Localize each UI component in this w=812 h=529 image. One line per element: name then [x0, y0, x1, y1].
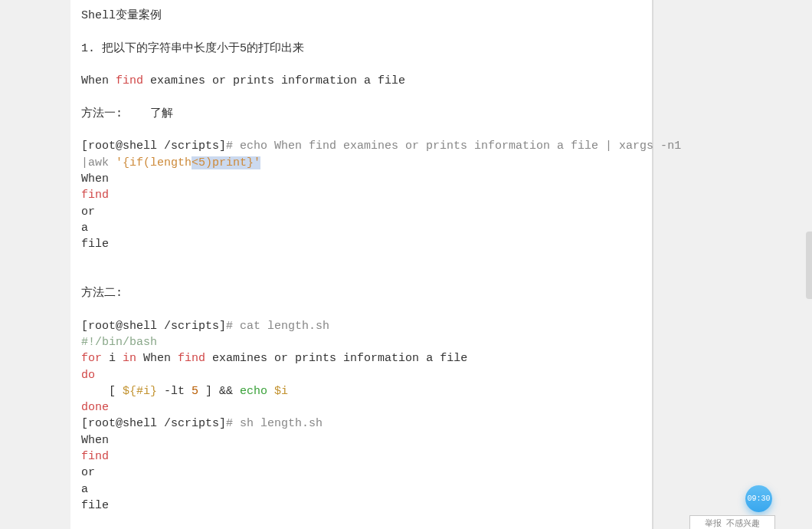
m1-cmd-line1: [root@shell /scripts]# echo When find ex…: [81, 138, 641, 154]
task-line: 1. 把以下的字符串中长度小于5的打印出来: [81, 41, 641, 57]
method2-label: 方法二:: [81, 285, 641, 301]
selected-text: <5)print}': [192, 156, 260, 169]
blank: [81, 252, 641, 268]
in-keyword: in: [123, 352, 136, 365]
out-find: find: [81, 449, 641, 465]
title: Shell变量案例: [81, 8, 641, 24]
vertical-divider: [653, 0, 653, 529]
for-keyword: for: [81, 352, 102, 365]
time-badge[interactable]: 09:30: [745, 485, 772, 512]
m2-cat-line: [root@shell /scripts]# cat length.sh: [81, 318, 641, 334]
blank: [81, 301, 641, 317]
out: or: [81, 204, 641, 220]
out: a: [81, 481, 641, 498]
out: file: [81, 236, 641, 252]
blank: [81, 89, 641, 105]
echo-keyword: echo: [240, 385, 267, 398]
for-line: for i in When find examines or prints in…: [81, 350, 641, 366]
out: or: [81, 465, 641, 481]
done-keyword: done: [81, 399, 641, 416]
scroll-indicator[interactable]: [806, 232, 812, 299]
code-document: Shell变量案例 1. 把以下的字符串中长度小于5的打印出来 When fin…: [70, 0, 653, 529]
find-keyword: find: [116, 74, 143, 87]
out: a: [81, 220, 641, 236]
out-find: find: [81, 187, 641, 203]
blank: [81, 57, 641, 73]
blank: [81, 269, 641, 285]
out: When: [81, 432, 641, 449]
out: When: [81, 171, 641, 187]
m1-cmd-line2: |awk '{if(length<5)print}': [81, 155, 641, 171]
num-5: 5: [192, 385, 198, 398]
do-keyword: do: [81, 367, 641, 383]
method1-label: 方法一: 了解: [81, 106, 641, 122]
blank: [81, 122, 641, 138]
find-keyword: find: [178, 352, 205, 365]
sample-sentence: When find examines or prints information…: [81, 73, 641, 89]
shebang: #!/bin/bash: [81, 334, 641, 350]
m2-sh-line: [root@shell /scripts]# sh length.sh: [81, 416, 641, 432]
footer-hint-tab[interactable]: 举报 不感兴趣: [689, 515, 775, 529]
condition-line: [ ${#i} -lt 5 ] && echo $i: [81, 383, 641, 399]
out: file: [81, 498, 641, 514]
m1-command-a: # echo When find examines or prints info…: [226, 140, 688, 153]
var-length: ${#i}: [123, 385, 157, 398]
blank: [81, 24, 641, 40]
